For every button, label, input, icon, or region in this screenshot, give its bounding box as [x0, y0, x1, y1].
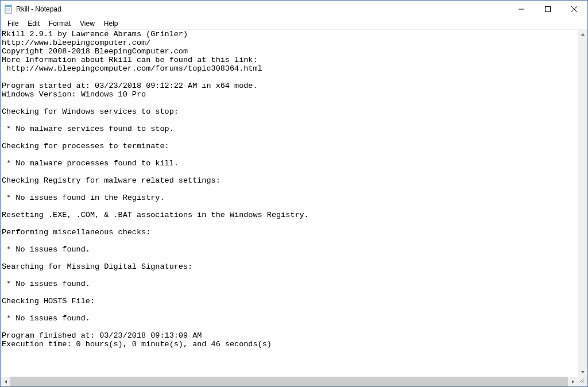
maximize-button[interactable] — [535, 1, 561, 18]
menubar: File Edit Format View Help — [1, 18, 587, 29]
window-title: Rkill - Notepad — [16, 5, 508, 13]
h-scroll-thumb[interactable] — [10, 377, 568, 386]
svg-line-9 — [579, 378, 584, 383]
svg-rect-6 — [546, 7, 551, 12]
text-line: Resetting .EXE, .COM, & .BAT association… — [2, 211, 586, 219]
text-editor[interactable]: Rkill 2.9.1 by Lawrence Abrams (Grinler)… — [1, 29, 587, 377]
text-line: * No issues found. — [2, 245, 586, 254]
text-line: Performing miscellaneous checks: — [2, 228, 586, 237]
text-line — [2, 185, 586, 194]
menu-format[interactable]: Format — [44, 18, 75, 29]
text-line — [2, 202, 586, 211]
text-line: Checking HOSTS File: — [2, 297, 586, 305]
text-line — [2, 73, 586, 82]
text-line: More Information about Rkill can be foun… — [2, 56, 586, 64]
horizontal-scrollbar[interactable] — [1, 377, 587, 386]
text-caret — [2, 30, 2, 38]
text-line: http://www.bleepingcomputer.com/ — [2, 38, 586, 47]
text-line: Program started at: 03/23/2018 09:12:22 … — [2, 82, 586, 90]
text-line — [2, 116, 586, 125]
text-line: Execution time: 0 hours(s), 0 minute(s),… — [2, 340, 586, 349]
menu-view[interactable]: View — [75, 18, 99, 29]
h-scroll-track[interactable] — [10, 377, 568, 386]
text-line — [2, 150, 586, 159]
text-line: * No malware processes found to kill. — [2, 159, 586, 168]
text-line — [2, 99, 586, 107]
text-line — [2, 237, 586, 245]
text-line — [2, 323, 586, 331]
menu-edit[interactable]: Edit — [23, 18, 44, 29]
text-line — [2, 133, 586, 142]
window-controls — [508, 1, 587, 18]
menu-file[interactable]: File — [3, 18, 23, 29]
svg-rect-1 — [5, 5, 11, 7]
text-line: http://www.bleepingcomputer.com/forums/t… — [2, 64, 586, 73]
scroll-up-icon[interactable] — [578, 29, 587, 39]
svg-line-11 — [583, 382, 584, 383]
text-line: Program finished at: 03/23/2018 09:13:09… — [2, 331, 586, 340]
minimize-button[interactable] — [508, 1, 535, 18]
text-line — [2, 288, 586, 297]
text-line: Copyright 2008-2018 BleepingComputer.com — [2, 47, 586, 56]
text-line: Checking for Windows services to stop: — [2, 107, 586, 116]
text-line: Checking Registry for malware related se… — [2, 176, 586, 185]
text-line: * No issues found in the Registry. — [2, 194, 586, 202]
resize-grip-icon[interactable] — [578, 377, 587, 386]
menu-help[interactable]: Help — [99, 18, 123, 29]
notepad-icon — [4, 5, 13, 14]
text-line — [2, 219, 586, 228]
text-line: Searching for Missing Digital Signatures… — [2, 262, 586, 271]
text-line — [2, 305, 586, 314]
scroll-left-icon[interactable] — [1, 377, 10, 386]
text-line: * No issues found. — [2, 314, 586, 323]
text-line: * No malware services found to stop. — [2, 125, 586, 133]
text-line: Windows Version: Windows 10 Pro — [2, 90, 586, 99]
titlebar: Rkill - Notepad — [1, 1, 587, 18]
text-line: Checking for processes to terminate: — [2, 142, 586, 150]
vertical-scrollbar[interactable] — [578, 29, 587, 377]
text-line: Rkill 2.9.1 by Lawrence Abrams (Grinler) — [2, 30, 586, 38]
text-line — [2, 254, 586, 262]
text-line — [2, 271, 586, 280]
text-line: * No issues found. — [2, 280, 586, 288]
close-button[interactable] — [561, 1, 587, 18]
text-line — [2, 168, 586, 176]
